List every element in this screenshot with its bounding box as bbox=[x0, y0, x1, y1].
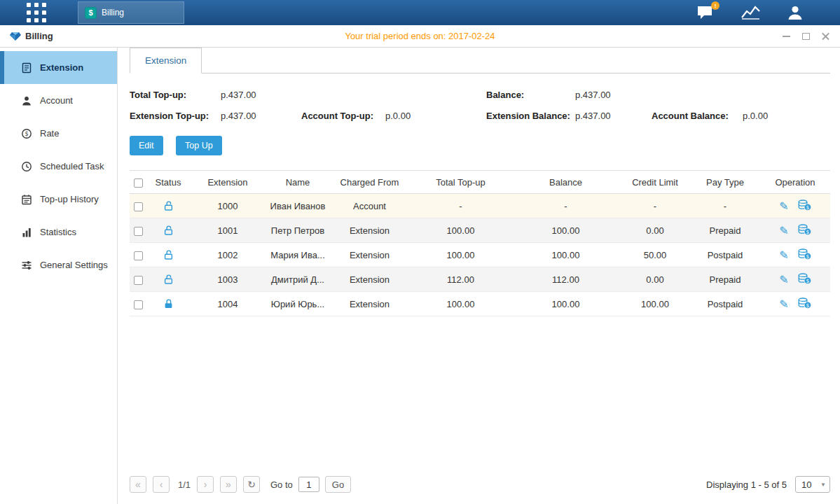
cell-name: Иван Иванов bbox=[266, 194, 329, 218]
edit-row-icon[interactable]: ✎ bbox=[779, 224, 788, 237]
select-all-checkbox[interactable] bbox=[134, 178, 143, 188]
account-icon bbox=[21, 95, 32, 106]
table-row: 1001 Петр Петров Extension 100.00 100.00… bbox=[130, 218, 830, 243]
cell-credit-limit: 50.00 bbox=[620, 243, 690, 267]
sidebar-item-rate[interactable]: $ Rate bbox=[0, 117, 117, 150]
cell-charged-from: Account bbox=[329, 194, 410, 218]
displaying-text: Displaying 1 - 5 of 5 bbox=[706, 479, 787, 490]
sidebar: Extension Account $ Rate bbox=[0, 48, 118, 504]
cell-balance: 100.00 bbox=[511, 292, 620, 316]
notifications-button[interactable]: ! bbox=[696, 5, 715, 20]
cell-total-topup: 100.00 bbox=[410, 218, 511, 243]
cell-pay-type: - bbox=[690, 194, 760, 218]
summary-extension-balance: Extension Balance: p.437.00 bbox=[486, 111, 652, 121]
last-page-button[interactable]: » bbox=[220, 476, 237, 493]
tab-extension[interactable]: Extension bbox=[130, 48, 202, 74]
row-checkbox[interactable] bbox=[134, 202, 143, 211]
top-up-row-icon[interactable] bbox=[798, 224, 811, 237]
lock-status-icon bbox=[163, 200, 174, 211]
prev-page-button[interactable]: ‹ bbox=[153, 476, 170, 493]
cell-pay-type: Prepaid bbox=[690, 218, 760, 243]
cell-extension: 1001 bbox=[189, 218, 266, 243]
top-up-button[interactable]: Top Up bbox=[176, 136, 222, 155]
edit-button[interactable]: Edit bbox=[130, 136, 163, 155]
go-button[interactable]: Go bbox=[325, 476, 351, 493]
cell-extension: 1004 bbox=[189, 292, 266, 316]
row-checkbox[interactable] bbox=[134, 300, 143, 309]
cell-name: Петр Петров bbox=[266, 218, 329, 243]
summary-value: p.437.00 bbox=[221, 111, 256, 121]
cell-name: Дмитрий Д... bbox=[266, 267, 329, 292]
next-page-button[interactable]: › bbox=[197, 476, 214, 493]
first-page-button[interactable]: « bbox=[130, 476, 146, 493]
cell-charged-from: Extension bbox=[329, 267, 410, 292]
cell-total-topup: 112.00 bbox=[410, 267, 511, 292]
top-up-row-icon[interactable] bbox=[798, 273, 811, 286]
row-checkbox[interactable] bbox=[134, 276, 143, 285]
lock-status-icon bbox=[163, 249, 174, 260]
user-account-button[interactable] bbox=[787, 5, 804, 20]
table-row: 1002 Мария Ива... Extension 100.00 100.0… bbox=[130, 243, 830, 267]
sidebar-item-extension[interactable]: Extension bbox=[0, 51, 117, 84]
table-row: 1000 Иван Иванов Account - - - - ✎ bbox=[130, 194, 830, 218]
cell-credit-limit: 100.00 bbox=[620, 292, 690, 316]
minimize-icon[interactable] bbox=[782, 31, 791, 41]
top-up-row-icon[interactable] bbox=[798, 298, 811, 311]
table-header-row: Status Extension Name Charged From Total… bbox=[130, 171, 830, 194]
tabstrip: Extension bbox=[130, 48, 830, 74]
row-checkbox[interactable] bbox=[134, 251, 143, 260]
sidebar-item-label: Account bbox=[40, 95, 73, 106]
refresh-button[interactable]: ↻ bbox=[243, 476, 260, 493]
row-checkbox[interactable] bbox=[134, 227, 143, 236]
summary-label: Balance: bbox=[486, 90, 575, 100]
sidebar-item-topup-history[interactable]: Top-up History bbox=[0, 183, 117, 216]
cell-credit-limit: 0.00 bbox=[620, 218, 690, 243]
chevron-down-icon: ▼ bbox=[820, 482, 826, 488]
top-up-row-icon[interactable] bbox=[798, 248, 811, 262]
edit-row-icon[interactable]: ✎ bbox=[779, 248, 788, 262]
trial-notice: Your trial period ends on: 2017-02-24 bbox=[0, 31, 840, 41]
page-size-value: 10 bbox=[801, 479, 811, 490]
billing-gem-icon bbox=[10, 31, 21, 41]
sidebar-item-statistics[interactable]: Statistics bbox=[0, 216, 117, 248]
resource-monitor-button[interactable] bbox=[741, 6, 760, 20]
cell-pay-type: Postpaid bbox=[690, 292, 760, 316]
summary-account-topup: Account Top-up: p.0.00 bbox=[301, 111, 486, 121]
taskbar-tab-billing[interactable]: $ Billing bbox=[78, 1, 184, 24]
edit-row-icon[interactable]: ✎ bbox=[779, 298, 788, 311]
svg-text:$: $ bbox=[25, 131, 28, 137]
edit-row-icon[interactable]: ✎ bbox=[779, 273, 788, 286]
col-total-topup: Total Top-up bbox=[410, 171, 511, 194]
maximize-icon[interactable] bbox=[801, 31, 811, 41]
bar-chart-icon bbox=[21, 227, 32, 238]
sidebar-item-account[interactable]: Account bbox=[0, 84, 117, 117]
sidebar-item-label: Scheduled Task bbox=[40, 161, 104, 172]
close-icon[interactable] bbox=[821, 31, 830, 41]
app-launcher-button[interactable] bbox=[26, 2, 47, 23]
user-icon bbox=[787, 5, 804, 20]
col-balance: Balance bbox=[511, 171, 620, 194]
sidebar-item-general-settings[interactable]: General Settings bbox=[0, 248, 117, 281]
summary-label: Account Top-up: bbox=[301, 111, 385, 121]
summary-value: p.0.00 bbox=[385, 111, 411, 121]
col-charged-from: Charged From bbox=[329, 171, 410, 194]
goto-label: Go to bbox=[270, 479, 293, 490]
cell-total-topup: - bbox=[410, 194, 511, 218]
sidebar-item-scheduled-task[interactable]: Scheduled Task bbox=[0, 150, 117, 183]
lock-status-icon bbox=[163, 274, 174, 284]
cell-balance: 100.00 bbox=[511, 218, 620, 243]
summary-total-topup: Total Top-up: p.437.00 bbox=[130, 90, 301, 100]
edit-row-icon[interactable]: ✎ bbox=[779, 200, 788, 213]
goto-page-input[interactable] bbox=[298, 477, 319, 492]
top-up-row-icon[interactable] bbox=[798, 200, 811, 213]
summary-label: Extension Top-up: bbox=[130, 111, 221, 121]
taskbar-tab-label: Billing bbox=[102, 8, 124, 18]
sidebar-item-label: General Settings bbox=[40, 260, 108, 270]
col-name: Name bbox=[266, 171, 329, 194]
cell-extension: 1003 bbox=[189, 267, 266, 292]
balance-summary: Total Top-up: p.437.00 Balance: p.437.00… bbox=[130, 90, 830, 121]
page-size-select[interactable]: 10 ▼ bbox=[795, 476, 830, 493]
cell-total-topup: 100.00 bbox=[410, 243, 511, 267]
window-titlebar: Billing Your trial period ends on: 2017-… bbox=[0, 25, 840, 48]
cell-extension: 1000 bbox=[189, 194, 266, 218]
